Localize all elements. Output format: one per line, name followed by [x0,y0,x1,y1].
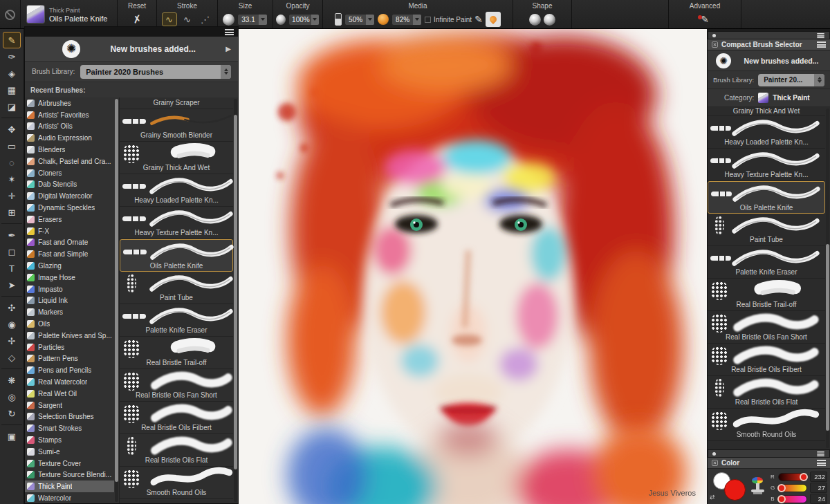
brush-variant[interactable]: Real Bristle Oils Flat [120,434,233,467]
crop-tool[interactable]: ⊞ [3,204,21,221]
brush-category[interactable]: Dynamic Speckles [25,202,114,214]
brush-category[interactable]: Markers [25,306,114,318]
brush-category[interactable]: Cloners [25,167,114,179]
dock-menu-icon[interactable] [817,451,824,456]
mirror-tool[interactable]: ✣ [3,299,21,316]
dab-stroke-button[interactable]: ⋰ [198,12,213,26]
rect-select-tool[interactable]: ▭ [3,138,21,154]
brush-variant[interactable]: Grainy Smooth Blender [120,109,233,142]
zoom-tool[interactable]: ◎ [3,389,21,405]
layout-tool[interactable]: ▣ [3,428,21,445]
brush-category[interactable]: Impasto [25,283,114,295]
magic-wand-tool[interactable]: ✶ [3,171,21,187]
scrollbar-thumb[interactable] [234,115,237,469]
brush-variant[interactable]: Smooth Round Oils [120,467,233,499]
close-icon[interactable] [712,460,718,466]
brush-category[interactable]: Blenders [25,144,114,156]
paint-bucket-tool[interactable]: ◈ [3,65,21,82]
canvas[interactable]: Jesus Viveros [239,29,707,504]
panel-menu-icon[interactable] [817,41,826,48]
rect-shape-tool[interactable]: ◻ [3,243,21,260]
brush-category[interactable]: Artists' Favorites [25,109,114,121]
brush-category[interactable]: Audio Expression [25,132,114,144]
compact-category-row[interactable]: Category: Thick Paint [708,89,830,107]
banner-arrow-icon[interactable]: ▶ [225,45,231,53]
brush-category[interactable]: Fast and Simple [25,248,114,260]
channel-slider[interactable] [778,484,807,492]
brush-variant[interactable]: Oils Palette Knife [708,181,825,214]
scrollbar-thumb[interactable] [115,99,118,482]
brush-category[interactable]: Glazing [25,260,114,272]
freehand-stroke-button[interactable]: ∿ [162,12,177,26]
shape-ball-icon[interactable] [529,14,541,26]
brush-variant[interactable]: Grainy Thick And Wet [120,142,233,174]
brush-category[interactable]: Thick Paint [25,480,114,492]
brush-category[interactable]: Airbrushes [25,97,114,109]
brush-variant[interactable]: Real Bristle Oils Filbert [708,344,825,376]
opacity-stepper[interactable] [311,15,319,25]
brush-category[interactable]: Real Wet Oil [25,388,114,400]
dock-grip-bar[interactable] [708,449,830,458]
infinite-paint-checkbox[interactable] [425,17,431,23]
brush-category[interactable]: Selection Brushes [25,411,114,423]
lasso-tool[interactable]: ◌ [3,154,21,171]
brush-category[interactable]: Palette Knives and Sp... [25,330,114,342]
brush-variant[interactable]: Real Bristle Oils Fan Short [708,311,825,344]
hand-tool[interactable]: ❋ [3,372,21,389]
brush-category[interactable]: Sargent [25,400,114,411]
panel-menu-icon[interactable] [225,29,234,35]
text-tool[interactable]: T [3,260,21,277]
straight-stroke-button[interactable]: ∿ [180,12,195,26]
brush-variant[interactable]: Real Bristle Trail-off [120,337,233,369]
new-brushes-banner-compact[interactable]: ✺ New brushes added... [708,50,830,71]
shape-select-tool[interactable]: ➤ [3,277,21,293]
brush-variant[interactable]: Heavy Texture Palette Kn... [708,149,825,181]
brush-variant[interactable]: Real Bristle Oils Flat [708,376,825,409]
brush-variant[interactable]: Palette Knife Eraser [120,304,233,337]
brush-tool[interactable]: ✎ [3,32,21,48]
perspective-tool[interactable]: ◇ [3,349,21,366]
compact-variant-scrollbar[interactable] [826,109,829,448]
primary-color-swatch[interactable] [724,479,746,501]
brush-category[interactable]: F-X [25,225,114,237]
new-brushes-banner[interactable]: ✺ New brushes added... ▶ [25,37,238,62]
dock-menu-icon[interactable] [817,32,824,37]
opacity-field[interactable]: 100% [288,14,320,26]
brush-category[interactable]: Pattern Pens [25,353,114,365]
brush-variant[interactable]: Grainy Scraper [120,97,233,109]
brush-category[interactable]: Image Hose [25,272,114,283]
color-set-stamp-icon[interactable] [750,477,766,496]
size-field[interactable]: 33.1 [237,14,268,26]
selection-adjust-tool[interactable]: ✛ [3,187,21,204]
dropper-tool[interactable]: ✑ [3,48,21,65]
media-flow-field[interactable]: 50% [344,14,375,26]
channel-value[interactable]: 27 [810,483,827,493]
pen-tool[interactable]: ✒ [3,227,21,243]
current-brush-chip[interactable]: Thick Paint Oils Palette Knife [21,0,118,28]
layer-mover-tool[interactable]: ✥ [3,121,21,138]
brush-category[interactable]: Dab Stencils [25,179,114,191]
brush-variant[interactable]: Paint Tube [120,272,233,304]
media-pen-icon[interactable]: ✎ [474,15,483,24]
brush-variant[interactable]: Palette Knife Eraser [708,246,825,279]
brush-category[interactable]: Chalk, Pastel and Cra... [25,156,114,167]
brush-category[interactable]: Erasers [25,214,114,225]
rotate-tool[interactable]: ↻ [3,405,21,422]
brush-category[interactable]: Artists' Oils [25,121,114,133]
brush-category[interactable]: Pens and Pencils [25,364,114,376]
brush-variant[interactable]: Smooth Round Oils [708,409,825,441]
slider-knob-icon[interactable] [777,484,786,492]
brush-category[interactable]: Smart Strokes [25,422,114,434]
brush-library-dropdown[interactable]: Painter 2020 Brushes [80,65,231,79]
channel-value[interactable]: 24 [810,494,827,504]
brush-category[interactable]: Texture Cover [25,458,114,469]
size-stepper[interactable] [259,15,267,25]
media-droplet-button[interactable] [486,12,501,27]
brush-category[interactable]: Real Watercolor [25,376,114,388]
brush-variant[interactable]: Paint Tube [708,214,825,246]
brush-variant[interactable]: Real Bristle Oils Fan Short [120,369,233,402]
divine-proportion-tool[interactable]: ✢ [3,333,21,349]
brush-variant[interactable]: Real Bristle Oils Filbert [120,402,233,434]
brush-category[interactable]: Fast and Ornate [25,237,114,249]
close-icon[interactable] [712,41,718,48]
